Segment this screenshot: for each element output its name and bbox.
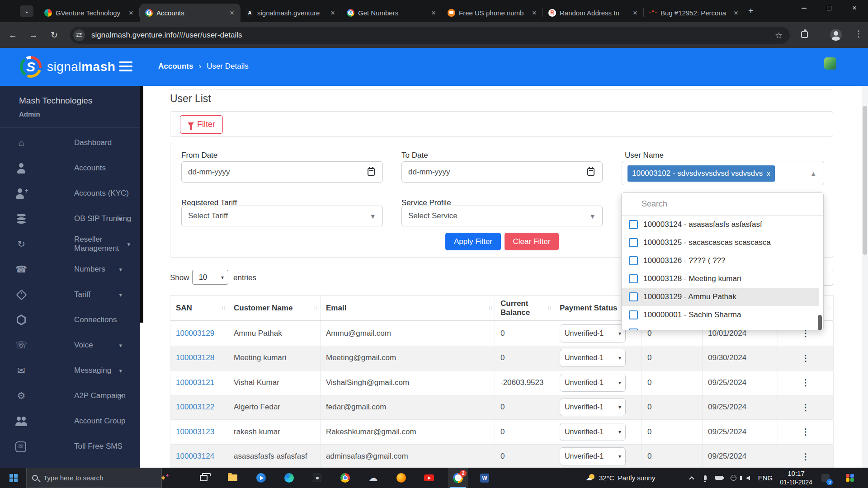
checkbox[interactable] bbox=[629, 292, 638, 301]
tab-signalmash[interactable]: A signalmash.gventure × bbox=[241, 4, 341, 22]
signalmash-app-icon[interactable]: 2 bbox=[448, 468, 468, 488]
sort-icon[interactable]: ↑↓ bbox=[547, 305, 551, 311]
dropdown-option[interactable]: 100000001 - Sachin Sharma bbox=[622, 306, 819, 324]
dropdown-option[interactable]: 100003124 - asasasfasfs asfasfasf bbox=[622, 216, 819, 234]
copilot-icon[interactable]: ✦✦ bbox=[156, 468, 174, 488]
dropdown-option[interactable] bbox=[622, 324, 819, 330]
sort-icon[interactable]: ↑↓ bbox=[826, 305, 830, 311]
sidebar-item-voice[interactable]: ☏Voice▾ bbox=[0, 336, 140, 354]
san-link[interactable]: 100003129 bbox=[170, 321, 228, 346]
tab-free-us-phone[interactable]: Free US phone numb × bbox=[442, 4, 543, 22]
payment-status-select[interactable]: Unverified-1▾ bbox=[560, 423, 626, 441]
extensions-icon[interactable] bbox=[801, 31, 808, 38]
maximize-button[interactable] bbox=[819, 0, 840, 16]
tab-close-icon[interactable]: × bbox=[329, 9, 337, 18]
row-actions-menu[interactable]: ⋮ bbox=[778, 346, 834, 371]
row-actions-menu[interactable]: ⋮ bbox=[778, 395, 834, 420]
checkbox[interactable] bbox=[629, 220, 638, 229]
tab-close-icon[interactable]: × bbox=[732, 9, 740, 18]
edge-browser-icon[interactable] bbox=[280, 468, 298, 488]
dropdown-option[interactable]: 100003126 - ???? ( ??? bbox=[622, 252, 819, 270]
browser-menu-icon[interactable]: ⋮ bbox=[854, 28, 863, 39]
back-button[interactable]: ← bbox=[5, 28, 20, 42]
apply-filter-button[interactable]: Apply Filter bbox=[445, 233, 501, 250]
site-settings-icon[interactable] bbox=[73, 29, 85, 41]
column-header-email[interactable]: Email↑↓ bbox=[321, 296, 495, 320]
checkbox[interactable] bbox=[629, 256, 638, 265]
youtube-icon[interactable] bbox=[420, 468, 438, 488]
camera-app-icon[interactable] bbox=[308, 468, 326, 488]
sidebar-item-dashboard[interactable]: ⌂Dashboard bbox=[0, 134, 140, 152]
close-window-button[interactable]: × bbox=[844, 0, 865, 16]
tray-color-icon[interactable] bbox=[842, 468, 858, 488]
hamburger-menu-icon[interactable] bbox=[119, 61, 133, 72]
forward-button[interactable]: → bbox=[26, 28, 41, 42]
minimize-button[interactable] bbox=[793, 0, 814, 16]
media-player-icon[interactable] bbox=[252, 468, 270, 488]
sort-icon[interactable]: ↑↓ bbox=[488, 305, 492, 311]
dropdown-scrollbar[interactable] bbox=[818, 315, 822, 330]
clear-filter-button[interactable]: Clear Filter bbox=[505, 233, 559, 250]
chevron-up-icon[interactable]: ▲ bbox=[810, 170, 816, 177]
tab-accounts[interactable]: Accounts × bbox=[140, 4, 241, 22]
column-header-san[interactable]: SAN↑↓ bbox=[170, 296, 228, 320]
tab-close-icon[interactable]: × bbox=[631, 9, 639, 18]
file-explorer-icon[interactable] bbox=[223, 468, 241, 488]
sort-icon[interactable]: ↑↓ bbox=[221, 305, 225, 311]
address-bar[interactable]: signalmash.gventure.info/#/user/user-det… bbox=[70, 27, 790, 44]
word-icon[interactable]: W bbox=[476, 468, 494, 488]
browser-profile-icon[interactable] bbox=[830, 29, 842, 41]
breadcrumb-accounts[interactable]: Accounts bbox=[158, 62, 193, 71]
payment-status-select[interactable]: Unverified-1▾ bbox=[560, 398, 626, 416]
clock[interactable]: 10:17 01-10-2024 bbox=[777, 468, 816, 488]
sidebar-item-ob-sip-trunking[interactable]: OB SIP Trunking▾ bbox=[0, 210, 140, 228]
column-header-customer-name[interactable]: Customer Name↑↓ bbox=[228, 296, 321, 320]
volume-icon[interactable] bbox=[741, 468, 754, 488]
microphone-icon[interactable] bbox=[699, 468, 712, 488]
tray-chevron-icon[interactable] bbox=[685, 468, 698, 488]
payment-status-select[interactable]: Unverified-1▾ bbox=[560, 447, 626, 465]
tab-close-icon[interactable]: × bbox=[429, 9, 438, 18]
tab-close-icon[interactable]: × bbox=[530, 9, 538, 18]
payment-status-select[interactable]: Unverified-1▾ bbox=[560, 349, 626, 367]
checkbox[interactable] bbox=[629, 310, 638, 319]
san-link[interactable]: 100003123 bbox=[170, 420, 228, 444]
sidebar-item-toll-free-sms[interactable]: ☏Toll Free SMS bbox=[0, 437, 140, 455]
calendar-icon[interactable] bbox=[368, 168, 375, 176]
tariff-select[interactable]: Select Tariff▼ bbox=[181, 206, 383, 226]
weather-widget[interactable]: 32°C Partly sunny bbox=[585, 468, 679, 488]
to-date-input[interactable] bbox=[401, 161, 603, 183]
row-actions-menu[interactable]: ⋮ bbox=[778, 445, 834, 468]
new-tab-button[interactable]: + bbox=[748, 5, 754, 16]
bookmark-star-icon[interactable]: ☆ bbox=[775, 30, 783, 41]
tab-gventure[interactable]: GVenture Technology × bbox=[39, 4, 140, 22]
tab-close-icon[interactable]: × bbox=[228, 9, 236, 18]
sidebar-item-connections[interactable]: Connections bbox=[0, 311, 140, 329]
sidebar-item-reseller-management[interactable]: ↻Reseller Management▾ bbox=[0, 235, 140, 253]
row-actions-menu[interactable]: ⋮ bbox=[778, 420, 834, 444]
san-link[interactable]: 100003128 bbox=[170, 346, 228, 371]
checkbox[interactable] bbox=[629, 238, 638, 247]
dropdown-option[interactable]: 100003128 - Meeting kumari bbox=[622, 270, 819, 288]
filter-button[interactable]: Filter bbox=[180, 115, 223, 134]
sidebar-item-accounts[interactable]: Accounts bbox=[0, 159, 140, 177]
sidebar-item-tariff[interactable]: Tariff▾ bbox=[0, 286, 140, 304]
chip-remove-icon[interactable]: x bbox=[767, 169, 770, 177]
payment-status-select[interactable]: Unverified-1▾ bbox=[560, 324, 626, 343]
checkbox[interactable] bbox=[629, 328, 638, 330]
network-icon[interactable] bbox=[727, 468, 740, 488]
calendar-icon[interactable] bbox=[587, 168, 594, 176]
user-name-multiselect[interactable]: 100003102 - sdvsdvsvsdvsd vsdvsdvsx ▲ bbox=[622, 161, 824, 185]
sort-icon[interactable]: ↑↓ bbox=[313, 305, 317, 311]
column-header-current-balance[interactable]: Current Balance↑↓ bbox=[495, 296, 554, 320]
tab-search-icon[interactable]: ⌄ bbox=[20, 5, 33, 17]
sidebar-item-a2p-campaign[interactable]: ⚙A2P Campaign▾ bbox=[0, 387, 140, 405]
tab-close-icon[interactable]: × bbox=[127, 9, 135, 18]
dropdown-option[interactable]: 100003125 - sacascascas scascasca bbox=[622, 234, 819, 252]
page-size-select[interactable]: 10▾ bbox=[192, 270, 228, 285]
san-link[interactable]: 100003122 bbox=[170, 395, 228, 420]
reload-button[interactable]: ↻ bbox=[47, 28, 61, 42]
battery-icon[interactable] bbox=[712, 468, 725, 488]
language-indicator[interactable]: ENG bbox=[756, 468, 775, 488]
user-avatar[interactable] bbox=[824, 57, 836, 70]
